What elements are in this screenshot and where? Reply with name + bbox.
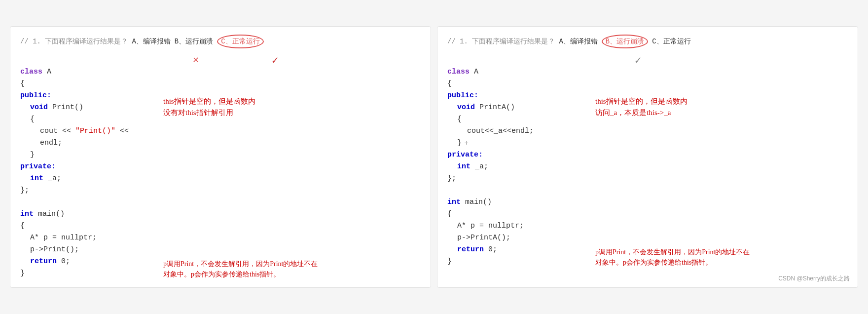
code-line: public: [20, 90, 148, 102]
annotation-bottom-right: p调用Print，不会发生解引用，因为Print的地址不在 对象中。p会作为实参… [595, 237, 848, 268]
code-left: class A { public: void Print() { cout <<… [20, 66, 148, 279]
code-annotation-right: class A { public: void PrintA() { cout<<… [447, 66, 848, 268]
cursor-icon: ✛ [465, 138, 469, 149]
code-line-r: p->PrintA(); [447, 232, 580, 244]
option-a-right: A、编译报错 [559, 36, 597, 47]
option-b-right: B、运行崩溃 [602, 35, 648, 48]
code-line: return 0; [20, 256, 148, 268]
annotation-bottom-text-right: p调用Print，不会发生解引用，因为Print的地址不在 对象中。p会作为实参… [595, 247, 848, 268]
code-line: p->Print(); [20, 244, 148, 256]
question-text-left: // 1. 下面程序编译运行结果是？ [20, 36, 128, 47]
code-line-r: private: [447, 149, 580, 161]
annotation-bottom-text-left: p调用Print，不会发生解引用，因为Print的地址不在 对象中。p会作为实参… [163, 259, 421, 279]
question-line-right: // 1. 下面程序编译运行结果是？ A、编译报错 B、运行崩溃 C、正常运行 [447, 35, 848, 48]
code-line-r: { [447, 208, 580, 220]
code-line-r: { [447, 78, 580, 90]
code-line: void Print() [20, 102, 148, 114]
code-line-r: } [447, 256, 580, 268]
markers-left: ✕ ✓ [178, 52, 421, 66]
code-line: } [20, 268, 148, 279]
check-mark-right: ✓ [635, 52, 641, 70]
code-line: int _a; [20, 173, 148, 185]
code-line: { [20, 220, 148, 232]
code-line-r [447, 185, 580, 196]
code-line-r: return 0; [447, 244, 580, 256]
option-c-left: C、正常运行 [217, 35, 263, 48]
code-line-r: void PrintA() [447, 102, 580, 114]
code-line-r: int main() [447, 196, 580, 208]
code-line: int main() [20, 208, 148, 220]
code-line-r: int _a; [447, 161, 580, 173]
watermark: CSDN @Sherry的成长之路 [778, 274, 850, 283]
code-line-r: public: [447, 90, 580, 102]
annotation-top-left: this指针是空的，但是函数内 没有对this指针解引用 [163, 96, 421, 118]
annotations-left: this指针是空的，但是函数内 没有对this指针解引用 p调用Print，不会… [148, 66, 421, 279]
annotation-bottom-left: p调用Print，不会发生解引用，因为Print的地址不在 对象中。p会作为实参… [163, 249, 421, 279]
code-line [20, 196, 148, 208]
markers-right: ✓ [605, 52, 848, 66]
code-line: A* p = nullptr; [20, 232, 148, 244]
code-line: cout << "Print()" << endl; [20, 125, 148, 149]
check-mark-left: ✓ [272, 52, 278, 70]
annotation-top-right: this指针是空的，但是函数内 访问_a，本质是this->_a [595, 96, 848, 118]
annotation-top-text-left: this指针是空的，但是函数内 没有对this指针解引用 [163, 96, 421, 118]
code-line: } [20, 149, 148, 161]
code-annotation-left: class A { public: void Print() { cout <<… [20, 66, 421, 279]
code-line-r: A* p = nullptr; [447, 220, 580, 232]
annotations-right: this指针是空的，但是函数内 访问_a，本质是this->_a p调用Prin… [580, 66, 848, 268]
panel-left: // 1. 下面程序编译运行结果是？ A、编译报错 B、运行崩溃 C、正常运行 … [10, 26, 431, 288]
code-right: class A { public: void PrintA() { cout<<… [447, 66, 580, 268]
code-line: { [20, 78, 148, 90]
annotation-top-text-right: this指针是空的，但是函数内 访问_a，本质是this->_a [595, 96, 848, 118]
code-line-r: } ✛ [447, 137, 580, 149]
cross-mark-left: ✕ [193, 52, 199, 68]
question-text-right: // 1. 下面程序编译运行结果是？ [447, 36, 555, 47]
code-line-r: { [447, 114, 580, 125]
option-a-left: A、编译报错 [132, 36, 170, 47]
code-line-r: class A [447, 66, 580, 78]
code-line: }; [20, 185, 148, 196]
code-line: class A [20, 66, 148, 78]
code-line-r: cout<<_a<<endl; [447, 125, 580, 137]
option-b-left: B、运行崩溃 [175, 36, 213, 47]
code-line: { [20, 114, 148, 125]
question-line-left: // 1. 下面程序编译运行结果是？ A、编译报错 B、运行崩溃 C、正常运行 [20, 35, 421, 48]
code-line-r: }; [447, 173, 580, 185]
main-container: // 1. 下面程序编译运行结果是？ A、编译报错 B、运行崩溃 C、正常运行 … [5, 21, 863, 293]
option-c-right: C、正常运行 [652, 36, 690, 47]
code-line: private: [20, 161, 148, 173]
panel-right: // 1. 下面程序编译运行结果是？ A、编译报错 B、运行崩溃 C、正常运行 … [437, 26, 858, 288]
